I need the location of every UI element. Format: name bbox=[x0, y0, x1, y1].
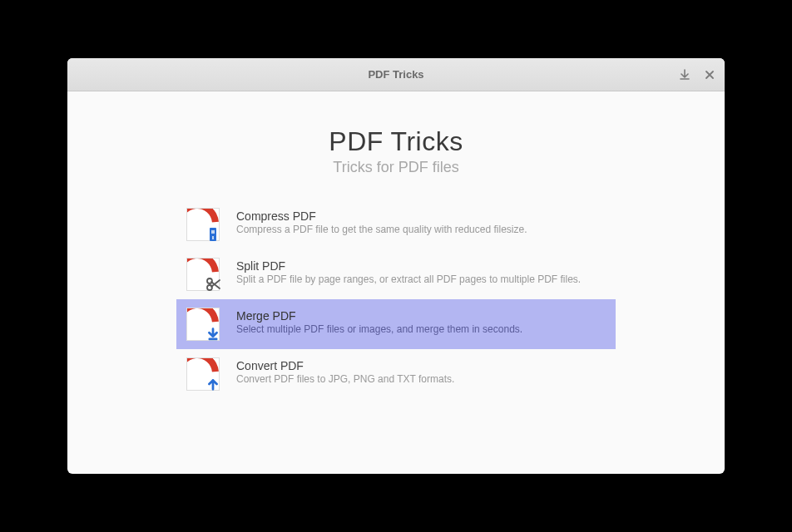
item-desc: Compress a PDF file to get the same qual… bbox=[236, 224, 527, 235]
app-subtitle: Tricks for PDF files bbox=[333, 159, 458, 176]
item-title: Split PDF bbox=[236, 259, 581, 273]
download-icon[interactable] bbox=[678, 68, 691, 81]
app-title: PDF Tricks bbox=[329, 126, 463, 157]
item-title: Merge PDF bbox=[236, 309, 522, 323]
list-item-compress[interactable]: Compress PDF Compress a PDF file to get … bbox=[176, 200, 616, 249]
item-title: Compress PDF bbox=[236, 209, 527, 223]
titlebar-controls bbox=[678, 68, 716, 81]
item-title: Convert PDF bbox=[236, 359, 454, 372]
list-item-split[interactable]: Split PDF Split a PDF file by page range… bbox=[176, 249, 616, 299]
action-list: Compress PDF Compress a PDF file to get … bbox=[176, 200, 616, 399]
item-desc: Convert PDF files to JPG, PNG and TXT fo… bbox=[236, 373, 454, 385]
item-text: Convert PDF Convert PDF files to JPG, PN… bbox=[236, 357, 454, 385]
compress-pdf-icon bbox=[186, 208, 220, 241]
item-desc: Split a PDF file by page ranges, or extr… bbox=[236, 273, 581, 285]
item-desc: Select multiple PDF files or images, and… bbox=[236, 323, 522, 335]
close-icon[interactable] bbox=[703, 68, 716, 81]
svg-rect-4 bbox=[209, 338, 218, 341]
merge-pdf-icon bbox=[186, 308, 220, 341]
item-text: Compress PDF Compress a PDF file to get … bbox=[236, 208, 527, 235]
item-text: Split PDF Split a PDF file by page range… bbox=[236, 258, 581, 285]
window-title: PDF Tricks bbox=[368, 68, 423, 81]
titlebar: PDF Tricks bbox=[67, 58, 725, 91]
main-content: PDF Tricks Tricks for PDF files Compress… bbox=[67, 91, 725, 474]
item-text: Merge PDF Select multiple PDF files or i… bbox=[236, 308, 522, 335]
split-pdf-icon bbox=[186, 258, 220, 291]
list-item-convert[interactable]: Convert PDF Convert PDF files to JPG, PN… bbox=[176, 349, 616, 399]
app-window: PDF Tricks PDF Tricks Tricks for PDF fil… bbox=[67, 58, 725, 474]
convert-pdf-icon bbox=[186, 357, 220, 391]
svg-rect-1 bbox=[211, 230, 215, 234]
list-item-merge[interactable]: Merge PDF Select multiple PDF files or i… bbox=[176, 299, 616, 349]
